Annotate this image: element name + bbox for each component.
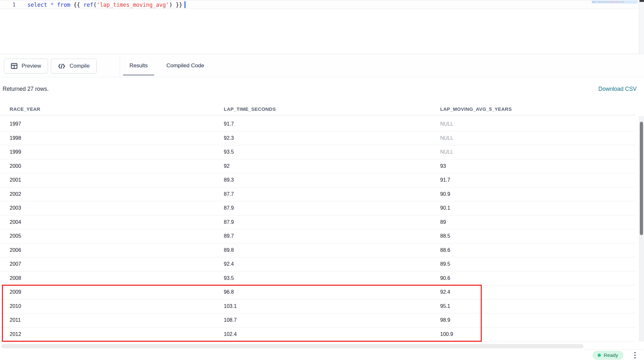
status-bar: Ready <box>0 348 644 362</box>
table-row: 199791.7NULL <box>0 117 635 131</box>
cell: 2006 <box>0 247 214 253</box>
tab-compiled-code[interactable]: Compiled Code <box>157 54 213 77</box>
cell: 89.8 <box>214 247 431 253</box>
results-table: RACE_YEARLAP_TIME_SECONDSLAP_MOVING_AVG_… <box>0 103 635 341</box>
table-row: 199993.5NULL <box>0 145 635 159</box>
cell: NULL <box>431 149 635 155</box>
cell: 93.5 <box>214 149 431 155</box>
row-count-summary: Returned 27 rows. <box>3 86 49 92</box>
active-code-line[interactable]: 1 select * from {{ ref('lap_times_moving… <box>0 0 639 9</box>
table-row: 200189.391.7 <box>0 173 635 187</box>
editor-scrollbar-thumb[interactable] <box>639 0 644 2</box>
table-row: 2012102.4100.9 <box>0 328 635 342</box>
cell: 98.9 <box>431 317 635 323</box>
cell: 2012 <box>0 331 214 337</box>
cell: 87.9 <box>214 219 431 225</box>
cell: 88.6 <box>431 247 635 253</box>
table-row: 200792.489.5 <box>0 257 635 272</box>
table-row: 200689.888.6 <box>0 243 635 258</box>
cell: 91.7 <box>431 177 635 183</box>
preview-button-label: Preview <box>22 63 41 69</box>
cell: 90.9 <box>431 191 635 197</box>
compile-button-label: Compile <box>70 63 90 69</box>
cell: 89.3 <box>214 177 431 183</box>
editor-scrollbar[interactable] <box>639 0 644 54</box>
compile-button[interactable]: Compile <box>51 59 97 73</box>
cell: 2010 <box>0 303 214 309</box>
line-number: 1 <box>0 2 15 8</box>
status-dot-icon <box>598 354 601 357</box>
table-row: 200387.990.1 <box>0 201 635 215</box>
cell: 103.1 <box>214 303 431 309</box>
cell: 91.7 <box>214 121 431 127</box>
code-icon <box>58 63 65 69</box>
cell: 1997 <box>0 121 214 127</box>
table-row: 200287.790.9 <box>0 187 635 202</box>
cell: 90.1 <box>431 205 635 211</box>
cell: 89 <box>431 219 635 225</box>
horizontal-scrollbar[interactable] <box>1 344 583 348</box>
column-header: LAP_MOVING_AVG_5_YEARS <box>431 106 635 112</box>
cell: NULL <box>431 135 635 141</box>
table-row: 2010103.195.1 <box>0 300 635 314</box>
table-row: 200487.989 <box>0 215 635 230</box>
cell: 100.9 <box>431 331 635 337</box>
table-row: 200996.892.4 <box>0 285 635 300</box>
cell: 2007 <box>0 261 214 267</box>
column-header: RACE_YEAR <box>0 106 214 112</box>
kebab-menu-icon[interactable] <box>633 351 637 360</box>
cell: 93.5 <box>214 275 431 281</box>
table-body: 199791.7NULL199892.3NULL199993.5NULL2000… <box>0 117 635 341</box>
column-header: LAP_TIME_SECONDS <box>214 106 431 112</box>
table-header-row: RACE_YEARLAP_TIME_SECONDSLAP_MOVING_AVG_… <box>0 103 635 115</box>
cell: 96.8 <box>214 289 431 295</box>
cell: 2009 <box>0 289 214 295</box>
preview-button[interactable]: Preview <box>4 59 48 73</box>
cell: 2003 <box>0 205 214 211</box>
editor-minimap[interactable]: select * from {{ ref('lap_times_moving_a… <box>592 0 638 4</box>
cell: 2008 <box>0 275 214 281</box>
cell: 102.4 <box>214 331 431 337</box>
cell: 90.6 <box>431 275 635 281</box>
cell: 2002 <box>0 191 214 197</box>
cell: 88.5 <box>431 233 635 239</box>
cell: 2001 <box>0 177 214 183</box>
table-row: 2011108.798.9 <box>0 313 635 328</box>
cell: 2004 <box>0 219 214 225</box>
text-cursor <box>185 1 185 8</box>
cell: 92.3 <box>214 135 431 141</box>
cell: 95.1 <box>431 303 635 309</box>
cell: 87.9 <box>214 205 431 211</box>
results-scrollbar[interactable] <box>639 116 644 341</box>
result-tabs: ResultsCompiled Code <box>120 54 213 77</box>
table-row: 200893.590.6 <box>0 272 635 286</box>
cell: 89.5 <box>431 261 635 267</box>
cell: 2005 <box>0 233 214 239</box>
cell: 1999 <box>0 149 214 155</box>
cell: 93 <box>431 163 635 169</box>
status-badge[interactable]: Ready <box>592 351 623 360</box>
cell: 92.4 <box>214 261 431 267</box>
tab-results[interactable]: Results <box>120 54 157 77</box>
sql-editor[interactable]: 1 select * from {{ ref('lap_times_moving… <box>0 0 644 54</box>
table-row: 200589.788.5 <box>0 229 635 243</box>
cell: NULL <box>431 121 635 127</box>
results-scrollbar-thumb[interactable] <box>640 122 643 235</box>
results-toolbar: Preview Compile ResultsCompiled Code <box>0 54 644 77</box>
table-row: 199892.3NULL <box>0 131 635 146</box>
cell: 108.7 <box>214 317 431 323</box>
code-line[interactable]: select * from {{ ref('lap_times_moving_a… <box>27 1 185 8</box>
table-row: 20009293 <box>0 159 635 174</box>
cell: 92.4 <box>431 289 635 295</box>
status-label: Ready <box>604 352 618 358</box>
cell: 1998 <box>0 135 214 141</box>
download-csv-link[interactable]: Download CSV <box>598 86 637 92</box>
cell: 87.7 <box>214 191 431 197</box>
table-grid-icon <box>11 63 17 69</box>
cell: 89.7 <box>214 233 431 239</box>
cell: 2000 <box>0 163 214 169</box>
cell: 2011 <box>0 317 214 323</box>
cell: 92 <box>214 163 431 169</box>
